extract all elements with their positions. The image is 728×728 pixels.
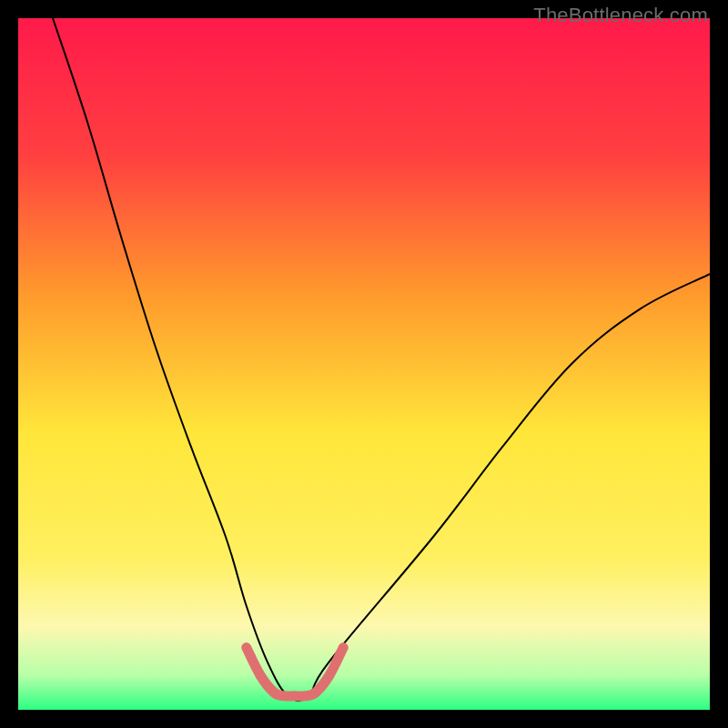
watermark-text: TheBottleneck.com (533, 4, 708, 27)
gradient-background (18, 18, 710, 710)
bottleneck-chart (18, 18, 710, 710)
chart-svg (18, 18, 710, 710)
